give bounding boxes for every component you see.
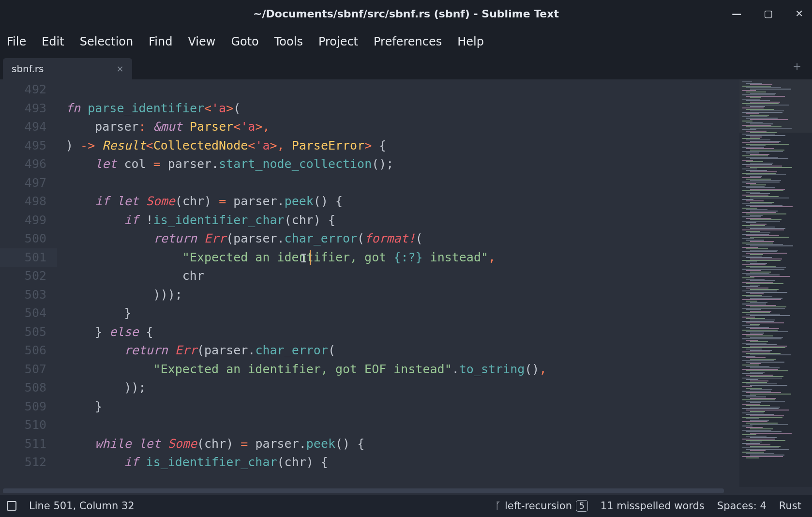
code-line[interactable]: 507 "Expected an identifier, got EOF ins… [0, 360, 739, 379]
code-text: "Expected an identifier, got {:?} instea… [57, 248, 496, 267]
status-branch-name: left-recursion [505, 500, 572, 512]
window-controls: — ▢ ✕ [732, 9, 803, 18]
code-line[interactable]: 503 ))); [0, 286, 739, 304]
menu-goto[interactable]: Goto [231, 35, 258, 48]
titlebar: ~/Documents/sbnf/src/sbnf.rs (sbnf) - Su… [0, 0, 812, 27]
code-text [57, 416, 66, 435]
line-number: 512 [0, 453, 57, 472]
code-text: fn parse_identifier<'a>( [57, 99, 241, 118]
line-number: 504 [0, 304, 57, 323]
line-number: 499 [0, 211, 57, 230]
code-line[interactable]: 496 let col = parser.start_node_collecti… [0, 155, 739, 174]
code-line[interactable]: 495) -> Result<CollectedNode<'a>, ParseE… [0, 137, 739, 155]
code-text: } [57, 304, 131, 323]
menu-help[interactable]: Help [457, 35, 484, 48]
code-line[interactable]: 500 return Err(parser.char_error(format!… [0, 229, 739, 248]
code-text: ) -> Result<CollectedNode<'a>, ParseErro… [57, 137, 386, 155]
window-title: ~/Documents/sbnf/src/sbnf.rs (sbnf) - Su… [253, 8, 559, 20]
line-number: 493 [0, 99, 57, 118]
code-text: ))); [57, 286, 182, 304]
menu-selection[interactable]: Selection [80, 35, 134, 48]
code-text: while let Some(chr) = parser.peek() { [57, 435, 364, 454]
code-text: } else { [57, 323, 153, 342]
code-text: if is_identifier_char(chr) { [57, 453, 328, 472]
status-spell-text: 11 misspelled words [601, 500, 705, 512]
line-number: 498 [0, 192, 57, 211]
code-text: )); [57, 379, 146, 397]
menu-project[interactable]: Project [318, 35, 358, 48]
menu-tools[interactable]: Tools [274, 35, 303, 48]
code-line[interactable]: 505 } else { [0, 323, 739, 342]
tab-sbnf[interactable]: sbnf.rs ✕ [3, 58, 132, 79]
status-indent[interactable]: Spaces: 4 [717, 500, 767, 512]
status-branch-badge: 5 [576, 500, 588, 512]
menu-file[interactable]: File [7, 35, 26, 48]
code-text: } [57, 397, 102, 416]
line-number: 500 [0, 229, 57, 248]
status-bar: Line 501, Column 32 ᚴ left-recursion 5 1… [0, 495, 812, 517]
code-line[interactable]: 494 parser: &mut Parser<'a>, [0, 118, 739, 137]
line-number: 507 [0, 360, 57, 379]
code-text: return Err(parser.char_error( [57, 341, 335, 360]
code-line[interactable]: 501 "Expected an identifier, got {:?} in… [0, 248, 739, 267]
code-line[interactable]: 504 } [0, 304, 739, 323]
code-text: "Expected an identifier, got EOF instead… [57, 360, 546, 379]
text-caret [310, 250, 311, 265]
code-text: return Err(parser.char_error(format!( [57, 229, 423, 248]
code-line[interactable]: 499 if !is_identifier_char(chr) { [0, 211, 739, 230]
line-number: 492 [0, 80, 57, 99]
code-line[interactable]: 497 [0, 174, 739, 193]
line-number: 506 [0, 341, 57, 360]
new-tab-icon[interactable]: ＋ [791, 58, 803, 75]
line-number: 509 [0, 397, 57, 416]
code-line[interactable]: 508 )); [0, 379, 739, 397]
status-indent-text: Spaces: 4 [717, 500, 767, 512]
line-number: 501 [0, 248, 57, 267]
horizontal-scrollbar[interactable] [0, 487, 812, 495]
editor: 492493fn parse_identifier<'a>(494 parser… [0, 79, 812, 487]
mouse-cursor-icon: I [300, 249, 307, 268]
code-line[interactable]: 512 if is_identifier_char(chr) { [0, 453, 739, 472]
code-line[interactable]: 498 if let Some(chr) = parser.peek() { [0, 192, 739, 211]
code-text: parser: &mut Parser<'a>, [57, 118, 270, 137]
status-linecol[interactable]: Line 501, Column 32 [29, 500, 135, 512]
tab-label: sbnf.rs [12, 63, 44, 75]
code-line[interactable]: 509 } [0, 397, 739, 416]
line-number: 511 [0, 435, 57, 454]
code-line[interactable]: 510 [0, 416, 739, 435]
code-text: chr [57, 267, 204, 286]
menu-edit[interactable]: Edit [42, 35, 64, 48]
line-number: 497 [0, 174, 57, 193]
menu-find[interactable]: Find [149, 35, 172, 48]
code-text: if !is_identifier_char(chr) { [57, 211, 335, 230]
code-text: let col = parser.start_node_collection()… [57, 155, 393, 174]
status-spell[interactable]: 11 misspelled words [601, 500, 705, 512]
menu-preferences[interactable]: Preferences [374, 35, 442, 48]
panel-toggle-icon[interactable] [7, 501, 16, 511]
code-line[interactable]: 506 return Err(parser.char_error( [0, 341, 739, 360]
line-number: 502 [0, 267, 57, 286]
git-branch-icon: ᚴ [495, 500, 501, 511]
code-line[interactable]: 511 while let Some(chr) = parser.peek() … [0, 435, 739, 454]
tab-close-icon[interactable]: ✕ [116, 64, 123, 74]
code-text [57, 80, 66, 99]
line-number: 496 [0, 155, 57, 174]
minimize-icon[interactable]: — [732, 9, 741, 18]
code-view[interactable]: 492493fn parse_identifier<'a>(494 parser… [0, 79, 739, 487]
code-line[interactable]: 492 [0, 80, 739, 99]
line-number: 495 [0, 137, 57, 155]
code-text: if let Some(chr) = parser.peek() { [57, 192, 343, 211]
code-line[interactable]: 493fn parse_identifier<'a>( [0, 99, 739, 118]
menu-view[interactable]: View [188, 35, 215, 48]
code-text [57, 174, 66, 193]
maximize-icon[interactable]: ▢ [764, 9, 773, 18]
menubar: FileEditSelectionFindViewGotoToolsProjec… [0, 27, 812, 56]
status-branch[interactable]: ᚴ left-recursion 5 [495, 500, 588, 512]
close-icon[interactable]: ✕ [795, 9, 803, 18]
scrollbar-thumb[interactable] [3, 488, 724, 493]
status-syntax[interactable]: Rust [779, 500, 801, 512]
line-number: 510 [0, 416, 57, 435]
line-number: 508 [0, 379, 57, 397]
minimap[interactable] [739, 79, 812, 487]
code-line[interactable]: 502 chr [0, 267, 739, 286]
